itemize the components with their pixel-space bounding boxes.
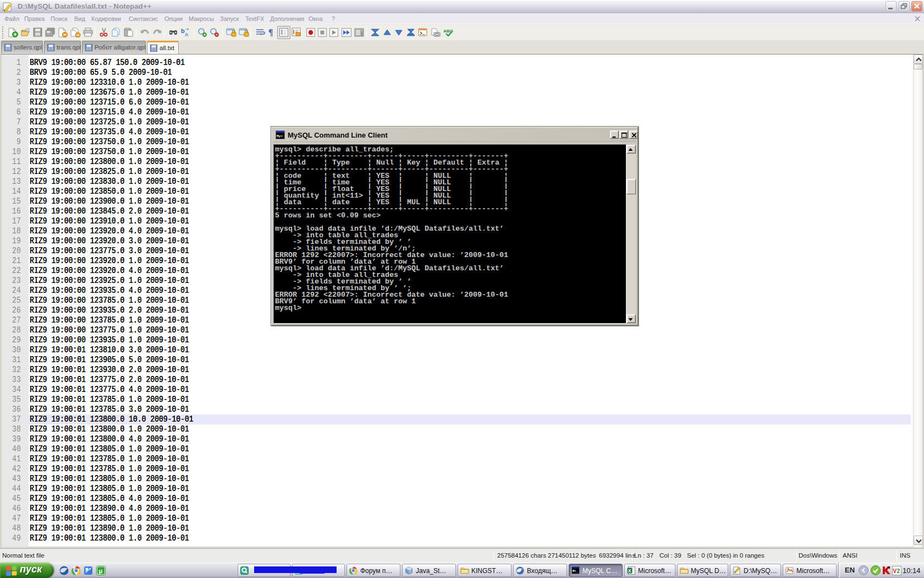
svg-text:M>_: M>_ [573, 569, 579, 573]
svg-text:¶: ¶ [268, 28, 273, 37]
svg-text:b: b [181, 28, 185, 34]
svg-text:2: 2 [897, 568, 900, 574]
svg-text:μ: μ [99, 568, 103, 574]
svg-text:X: X [628, 568, 631, 574]
svg-text:a: a [185, 31, 189, 37]
svg-text:V: V [893, 568, 897, 574]
svg-text:My>: My> [277, 134, 283, 138]
